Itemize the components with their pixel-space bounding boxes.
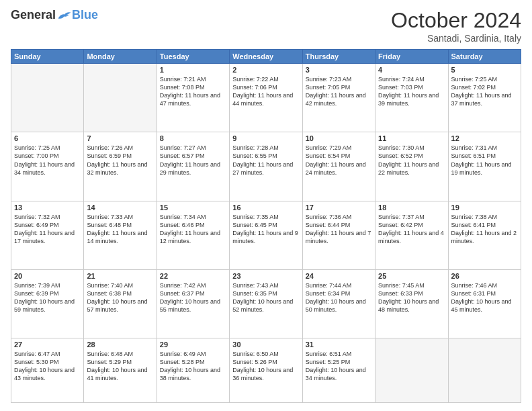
calendar-cell-11: 11Sunrise: 7:30 AM Sunset: 6:52 PM Dayli… xyxy=(375,132,448,201)
calendar-cell-20: 20Sunrise: 7:39 AM Sunset: 6:39 PM Dayli… xyxy=(11,269,84,338)
calendar-week-4: 27Sunrise: 6:47 AM Sunset: 5:30 PM Dayli… xyxy=(11,338,521,403)
cell-info: Sunrise: 7:28 AM Sunset: 6:55 PM Dayligh… xyxy=(232,144,299,177)
calendar-cell-31: 31Sunrise: 6:51 AM Sunset: 5:25 PM Dayli… xyxy=(302,338,375,403)
cell-info: Sunrise: 7:27 AM Sunset: 6:57 PM Dayligh… xyxy=(160,144,226,177)
calendar-cell-14: 14Sunrise: 7:33 AM Sunset: 6:48 PM Dayli… xyxy=(84,201,157,269)
cell-info: Sunrise: 7:45 AM Sunset: 6:33 PM Dayligh… xyxy=(378,281,445,314)
cell-info: Sunrise: 7:25 AM Sunset: 7:00 PM Dayligh… xyxy=(14,144,81,177)
day-number: 27 xyxy=(14,340,81,349)
page: General Blue October 2024 Santadi, Sardi… xyxy=(0,0,532,411)
calendar-header-sunday: Sunday xyxy=(11,50,84,64)
calendar-header-friday: Friday xyxy=(375,50,448,64)
day-number: 6 xyxy=(14,134,81,142)
cell-info: Sunrise: 7:36 AM Sunset: 6:44 PM Dayligh… xyxy=(306,213,372,246)
calendar-week-2: 13Sunrise: 7:32 AM Sunset: 6:49 PM Dayli… xyxy=(11,201,521,269)
calendar-header-row: SundayMondayTuesdayWednesdayThursdayFrid… xyxy=(11,50,521,64)
calendar-cell-4: 4Sunrise: 7:24 AM Sunset: 7:03 PM Daylig… xyxy=(375,64,448,132)
cell-info: Sunrise: 7:39 AM Sunset: 6:39 PM Dayligh… xyxy=(14,281,81,314)
calendar-cell-5: 5Sunrise: 7:25 AM Sunset: 7:02 PM Daylig… xyxy=(448,64,521,132)
calendar-cell-24: 24Sunrise: 7:44 AM Sunset: 6:34 PM Dayli… xyxy=(302,269,375,338)
day-number: 25 xyxy=(378,272,445,280)
cell-info: Sunrise: 7:44 AM Sunset: 6:34 PM Dayligh… xyxy=(306,281,372,314)
calendar-cell-empty xyxy=(11,64,84,132)
calendar-week-0: 1Sunrise: 7:21 AM Sunset: 7:08 PM Daylig… xyxy=(11,64,521,132)
day-number: 29 xyxy=(160,340,226,349)
month-title: October 2024 xyxy=(391,8,521,33)
day-number: 3 xyxy=(306,66,372,74)
cell-info: Sunrise: 7:29 AM Sunset: 6:54 PM Dayligh… xyxy=(306,144,372,177)
calendar-cell-18: 18Sunrise: 7:37 AM Sunset: 6:42 PM Dayli… xyxy=(375,201,448,269)
day-number: 22 xyxy=(160,272,226,280)
calendar-cell-empty xyxy=(375,338,448,403)
calendar-week-3: 20Sunrise: 7:39 AM Sunset: 6:39 PM Dayli… xyxy=(11,269,521,338)
calendar-header-monday: Monday xyxy=(84,50,157,64)
day-number: 10 xyxy=(306,134,372,142)
day-number: 19 xyxy=(451,203,518,212)
calendar-cell-29: 29Sunrise: 6:49 AM Sunset: 5:28 PM Dayli… xyxy=(157,338,229,403)
day-number: 28 xyxy=(87,340,153,349)
calendar-header-wednesday: Wednesday xyxy=(230,50,302,64)
calendar-cell-6: 6Sunrise: 7:25 AM Sunset: 7:00 PM Daylig… xyxy=(11,132,84,201)
title-block: October 2024 Santadi, Sardinia, Italy xyxy=(391,8,521,44)
cell-info: Sunrise: 7:35 AM Sunset: 6:45 PM Dayligh… xyxy=(232,213,299,246)
cell-info: Sunrise: 6:48 AM Sunset: 5:29 PM Dayligh… xyxy=(87,350,153,383)
calendar-header-saturday: Saturday xyxy=(448,50,521,64)
cell-info: Sunrise: 7:23 AM Sunset: 7:05 PM Dayligh… xyxy=(306,75,372,108)
location: Santadi, Sardinia, Italy xyxy=(391,33,521,44)
cell-info: Sunrise: 6:50 AM Sunset: 5:26 PM Dayligh… xyxy=(232,350,299,383)
calendar-cell-28: 28Sunrise: 6:48 AM Sunset: 5:29 PM Dayli… xyxy=(84,338,157,403)
cell-info: Sunrise: 7:33 AM Sunset: 6:48 PM Dayligh… xyxy=(87,213,153,246)
calendar-cell-19: 19Sunrise: 7:38 AM Sunset: 6:41 PM Dayli… xyxy=(448,201,521,269)
cell-info: Sunrise: 6:47 AM Sunset: 5:30 PM Dayligh… xyxy=(14,350,81,383)
day-number: 2 xyxy=(232,66,299,74)
cell-info: Sunrise: 7:46 AM Sunset: 6:31 PM Dayligh… xyxy=(451,281,518,314)
day-number: 8 xyxy=(160,134,226,142)
calendar-cell-8: 8Sunrise: 7:27 AM Sunset: 6:57 PM Daylig… xyxy=(157,132,229,201)
cell-info: Sunrise: 6:49 AM Sunset: 5:28 PM Dayligh… xyxy=(160,350,226,383)
cell-info: Sunrise: 7:38 AM Sunset: 6:41 PM Dayligh… xyxy=(451,213,518,246)
calendar-cell-25: 25Sunrise: 7:45 AM Sunset: 6:33 PM Dayli… xyxy=(375,269,448,338)
logo-blue: Blue xyxy=(72,8,98,22)
day-number: 23 xyxy=(232,272,299,280)
cell-info: Sunrise: 7:37 AM Sunset: 6:42 PM Dayligh… xyxy=(378,213,445,246)
day-number: 11 xyxy=(378,134,445,142)
cell-info: Sunrise: 7:30 AM Sunset: 6:52 PM Dayligh… xyxy=(378,144,445,177)
calendar-cell-7: 7Sunrise: 7:26 AM Sunset: 6:59 PM Daylig… xyxy=(84,132,157,201)
day-number: 17 xyxy=(306,203,372,212)
day-number: 18 xyxy=(378,203,445,212)
calendar-week-1: 6Sunrise: 7:25 AM Sunset: 7:00 PM Daylig… xyxy=(11,132,521,201)
cell-info: Sunrise: 7:26 AM Sunset: 6:59 PM Dayligh… xyxy=(87,144,153,177)
day-number: 14 xyxy=(87,203,153,212)
calendar-cell-empty xyxy=(448,338,521,403)
logo-general: General xyxy=(11,8,56,22)
day-number: 1 xyxy=(160,66,226,74)
day-number: 15 xyxy=(160,203,226,212)
calendar-cell-27: 27Sunrise: 6:47 AM Sunset: 5:30 PM Dayli… xyxy=(11,338,84,403)
calendar-cell-16: 16Sunrise: 7:35 AM Sunset: 6:45 PM Dayli… xyxy=(230,201,302,269)
day-number: 16 xyxy=(232,203,299,212)
calendar-cell-3: 3Sunrise: 7:23 AM Sunset: 7:05 PM Daylig… xyxy=(302,64,375,132)
cell-info: Sunrise: 7:25 AM Sunset: 7:02 PM Dayligh… xyxy=(451,75,518,108)
calendar-cell-30: 30Sunrise: 6:50 AM Sunset: 5:26 PM Dayli… xyxy=(230,338,302,403)
day-number: 30 xyxy=(232,340,299,349)
cell-info: Sunrise: 7:42 AM Sunset: 6:37 PM Dayligh… xyxy=(160,281,226,314)
cell-info: Sunrise: 7:22 AM Sunset: 7:06 PM Dayligh… xyxy=(232,75,299,108)
calendar-cell-26: 26Sunrise: 7:46 AM Sunset: 6:31 PM Dayli… xyxy=(448,269,521,338)
calendar-cell-10: 10Sunrise: 7:29 AM Sunset: 6:54 PM Dayli… xyxy=(302,132,375,201)
cell-info: Sunrise: 7:40 AM Sunset: 6:38 PM Dayligh… xyxy=(87,281,153,314)
logo-bird-icon xyxy=(57,9,72,21)
calendar-cell-1: 1Sunrise: 7:21 AM Sunset: 7:08 PM Daylig… xyxy=(157,64,229,132)
calendar-cell-17: 17Sunrise: 7:36 AM Sunset: 6:44 PM Dayli… xyxy=(302,201,375,269)
day-number: 26 xyxy=(451,272,518,280)
calendar-table: SundayMondayTuesdayWednesdayThursdayFrid… xyxy=(11,49,521,403)
calendar-header-thursday: Thursday xyxy=(302,50,375,64)
cell-info: Sunrise: 7:43 AM Sunset: 6:35 PM Dayligh… xyxy=(232,281,299,314)
cell-info: Sunrise: 7:32 AM Sunset: 6:49 PM Dayligh… xyxy=(14,213,81,246)
day-number: 24 xyxy=(306,272,372,280)
header: General Blue October 2024 Santadi, Sardi… xyxy=(11,8,521,44)
calendar-cell-2: 2Sunrise: 7:22 AM Sunset: 7:06 PM Daylig… xyxy=(230,64,302,132)
calendar-cell-15: 15Sunrise: 7:34 AM Sunset: 6:46 PM Dayli… xyxy=(157,201,229,269)
day-number: 13 xyxy=(14,203,81,212)
day-number: 4 xyxy=(378,66,445,74)
cell-info: Sunrise: 7:31 AM Sunset: 6:51 PM Dayligh… xyxy=(451,144,518,177)
